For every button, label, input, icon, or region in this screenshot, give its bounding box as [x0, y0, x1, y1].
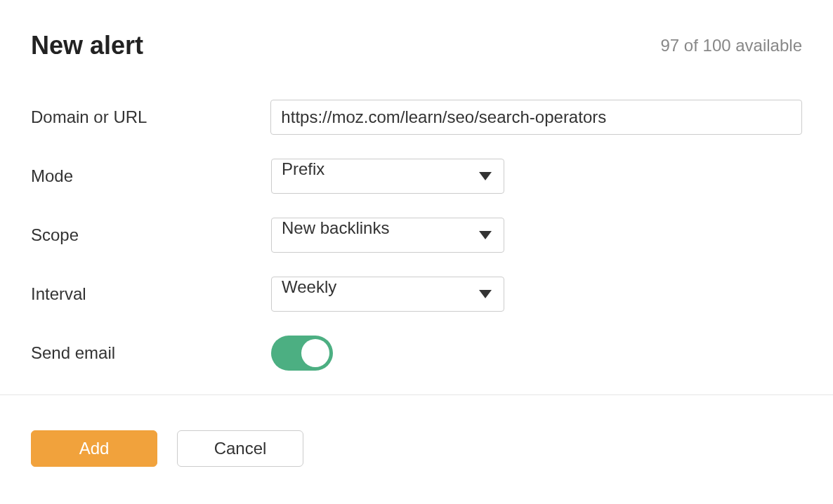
scope-label: Scope — [31, 225, 271, 245]
mode-label: Mode — [31, 166, 271, 186]
row-scope: Scope New backlinks — [31, 218, 802, 253]
mode-select[interactable]: Prefix — [271, 159, 504, 194]
row-domain: Domain or URL — [31, 100, 802, 135]
send-email-toggle[interactable] — [271, 336, 333, 371]
page-title: New alert — [31, 31, 143, 60]
row-send-email: Send email — [31, 336, 802, 371]
interval-label: Interval — [31, 284, 271, 304]
toggle-knob — [301, 339, 329, 367]
domain-label: Domain or URL — [31, 107, 270, 127]
add-button[interactable]: Add — [31, 430, 157, 467]
domain-input[interactable] — [270, 100, 802, 135]
scope-select[interactable]: New backlinks — [271, 218, 504, 253]
footer: Add Cancel — [0, 395, 833, 498]
cancel-button[interactable]: Cancel — [177, 430, 303, 467]
interval-select[interactable]: Weekly — [271, 277, 504, 312]
send-email-label: Send email — [31, 343, 271, 363]
row-mode: Mode Prefix — [31, 159, 802, 194]
header: New alert 97 of 100 available — [31, 31, 802, 60]
available-count: 97 of 100 available — [661, 36, 803, 55]
row-interval: Interval Weekly — [31, 277, 802, 312]
